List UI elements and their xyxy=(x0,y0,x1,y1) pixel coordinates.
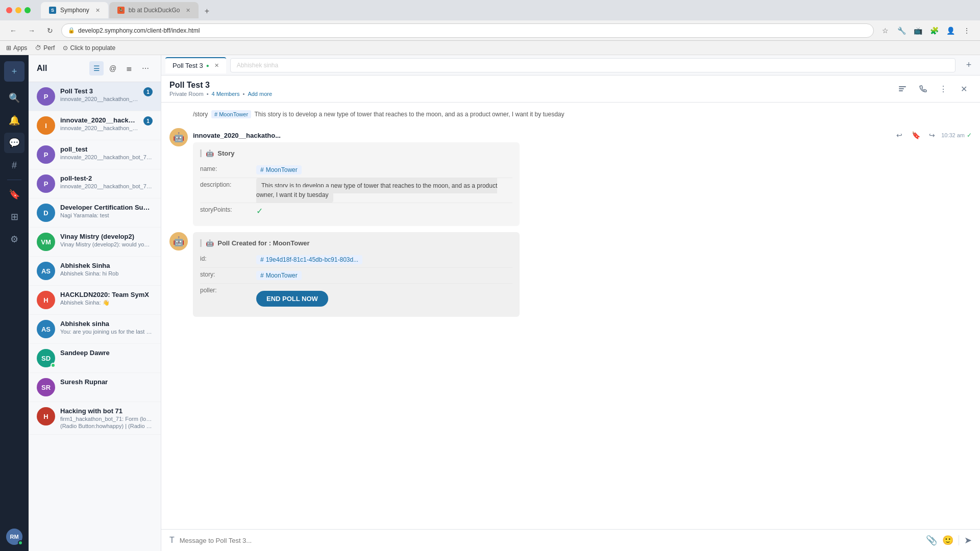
user-avatar[interactable]: RM xyxy=(6,529,22,545)
story-name-label: name: xyxy=(200,165,256,172)
text-format-icon: T xyxy=(169,536,175,545)
address-bar[interactable]: 🔒 develop2.symphony.com/client-bff/index… xyxy=(61,23,874,38)
conversations-panel: All ☰ @ ≣ ⋯ P Poll Test 3 innovate_2020_… xyxy=(29,55,161,551)
chat-tab-poll-test-3[interactable]: Poll Test 3 ● ✕ xyxy=(165,57,226,73)
members-count-link[interactable]: 4 Members xyxy=(212,91,240,97)
poll-poller-value: END POLL NOW xyxy=(256,287,512,307)
conv-preview-poll-test-2: innovate_2020__hackathon_bot_73: ... xyxy=(60,183,153,189)
message-input[interactable] xyxy=(180,537,921,544)
back-button[interactable]: ← xyxy=(6,23,20,38)
conv-item-abhishek-1[interactable]: AS Abhishek Sinha Abhishek Sinha: hi Rob xyxy=(29,257,161,286)
conv-item-dev-cert[interactable]: D Developer Certification Support Nagi Y… xyxy=(29,198,161,228)
extensions-icon[interactable]: 🧩 xyxy=(927,23,941,38)
emoji-icon[interactable]: 🙂 xyxy=(942,535,953,546)
conv-avatar-hacking-bot: H xyxy=(37,407,55,425)
conv-preview-abhishek-2: You: are you joining us for the last b..… xyxy=(60,329,153,335)
filter-grid-button[interactable]: ≣ xyxy=(122,61,136,76)
more-actions-button[interactable]: ⋮ xyxy=(935,81,951,97)
story-description-row: description: This story is to develop a … xyxy=(200,178,512,203)
browser-toolbar: ← → ↻ 🔒 develop2.symphony.com/client-bff… xyxy=(0,20,980,41)
send-icon[interactable]: ➤ xyxy=(964,535,972,546)
conv-name-sandeep: Sandeep Dawre xyxy=(60,349,153,357)
bookmark-star-icon[interactable]: ☆ xyxy=(878,23,892,38)
chat-input-area: T 📎 🙂 ➤ xyxy=(161,529,980,551)
tab-duckduckgo-close[interactable]: ✕ xyxy=(186,7,190,14)
story-name-value: # MoonTower xyxy=(256,165,512,174)
attachment-icon[interactable]: 📎 xyxy=(926,535,937,546)
room-separator: • xyxy=(207,91,209,97)
chat-room-subtitle: Private Room • 4 Members • Add more xyxy=(169,91,272,97)
channel-nav-item[interactable]: # xyxy=(4,155,24,176)
close-button[interactable] xyxy=(6,7,12,13)
conv-item-poll-test[interactable]: P poll_test innovate_2020__hackathon_bot… xyxy=(29,140,161,169)
chat-tab-close[interactable]: ✕ xyxy=(214,62,219,69)
close-chat-button[interactable]: ✕ xyxy=(955,81,972,97)
poll-story-value: # MoonTower xyxy=(256,271,512,280)
poll-id-label: id: xyxy=(200,255,256,262)
conv-item-poll-test-3[interactable]: P Poll Test 3 innovate_2020__hackathon_b… xyxy=(29,82,161,111)
conv-preview-hackldn: Abhishek Sinha: 👋 xyxy=(60,299,153,306)
conv-item-sandeep[interactable]: SD Sandeep Dawre xyxy=(29,344,161,373)
call-button[interactable] xyxy=(915,81,931,97)
filter-at-button[interactable]: @ xyxy=(106,61,120,76)
profile-icon[interactable]: 👤 xyxy=(943,23,958,38)
conv-item-abhishek-2[interactable]: AS Abhishek sinha You: are you joining u… xyxy=(29,315,161,344)
conv-item-vinay[interactable]: VM Vinay Mistry (develop2) Vinay Mistry … xyxy=(29,228,161,257)
hashtag-icon: # xyxy=(12,160,17,171)
conv-name-dev-cert: Developer Certification Support xyxy=(60,204,153,211)
conv-item-hackldn[interactable]: H HACKLDN2020: Team SymX Abhishek Sinha:… xyxy=(29,286,161,315)
conv-preview-hacking-bot-1: firm1_hackathon_bot_71: Form (log i... xyxy=(60,416,153,422)
saved-nav-item[interactable]: 🔖 xyxy=(4,184,24,205)
extension-icon-1[interactable]: 🔧 xyxy=(894,23,909,38)
new-chat-tab-button[interactable]: + xyxy=(962,58,976,72)
forward-button-story[interactable]: ↪ xyxy=(925,128,939,142)
chat-nav-item[interactable]: 💬 xyxy=(4,133,24,153)
add-more-link[interactable]: Add more xyxy=(248,91,272,97)
conv-badge-poll-test-3: 1 xyxy=(143,87,153,96)
end-poll-button[interactable]: END POLL NOW xyxy=(256,291,328,307)
duckduckgo-favicon: 🦆 xyxy=(117,7,125,14)
new-chat-search[interactable]: Abhishek sinha xyxy=(230,58,955,72)
forward-button[interactable]: → xyxy=(24,23,39,38)
search-messages-button[interactable] xyxy=(894,81,911,97)
filter-more-button[interactable]: ⋯ xyxy=(138,61,153,76)
story-points-row: storyPoints: ✓ xyxy=(200,203,512,219)
bookmark-perf[interactable]: ⏱ Perf xyxy=(35,44,55,52)
bookmarks-bar: ⊞ Apps ⏱ Perf ⊙ Click to populate xyxy=(0,41,980,55)
conv-item-hacking-bot[interactable]: H Hacking with bot 71 firm1_hackathon_bo… xyxy=(29,402,161,435)
moontower-tag-poll: # MoonTower xyxy=(256,271,302,280)
poll-id-row: id: # 19e4d18f-81c1-45db-bc91-803d... xyxy=(200,252,512,268)
online-indicator xyxy=(18,540,23,545)
cast-icon[interactable]: 📺 xyxy=(911,23,925,38)
new-tab-button[interactable]: + xyxy=(200,4,214,18)
notification-nav-item[interactable]: 🔔 xyxy=(4,110,24,131)
maximize-button[interactable] xyxy=(24,7,31,13)
marketplace-nav-item[interactable]: ⊞ xyxy=(4,207,24,227)
tab-symphony-close[interactable]: ✕ xyxy=(95,7,100,14)
conv-name-vinay: Vinay Mistry (develop2) xyxy=(60,233,153,240)
settings-nav-item[interactable]: ⚙ xyxy=(4,229,24,249)
tab-symphony[interactable]: S Symphony ✕ xyxy=(41,2,108,18)
menu-icon[interactable]: ⋮ xyxy=(960,23,974,38)
bookmark-apps[interactable]: ⊞ Apps xyxy=(6,44,27,52)
bookmark-populate[interactable]: ⊙ Click to populate xyxy=(63,44,115,52)
chat-room-info: Poll Test 3 Private Room • 4 Members • A… xyxy=(169,81,272,97)
conv-item-suresh[interactable]: SR Suresh Rupnar xyxy=(29,373,161,402)
minimize-button[interactable] xyxy=(15,7,21,13)
conv-avatar-hackldn: H xyxy=(37,291,55,309)
reply-button-story[interactable]: ↩ xyxy=(892,128,906,142)
conv-info-innovate: innovate_2020__hackat... innovate_2020__… xyxy=(60,116,138,131)
tab-status-dot: ● xyxy=(206,63,209,68)
conv-item-poll-test-2[interactable]: P poll-test-2 innovate_2020__hackathon_b… xyxy=(29,169,161,198)
filter-list-button[interactable]: ☰ xyxy=(89,61,104,76)
tab-symphony-label: Symphony xyxy=(60,7,89,14)
story-description-label: description: xyxy=(200,181,256,188)
search-nav-item[interactable]: 🔍 xyxy=(4,88,24,108)
conv-item-innovate[interactable]: I innovate_2020__hackat... innovate_2020… xyxy=(29,111,161,140)
tab-duckduckgo[interactable]: 🦆 bb at DuckDuckGo ✕ xyxy=(109,2,199,18)
browser-titlebar: S Symphony ✕ 🦆 bb at DuckDuckGo ✕ + xyxy=(0,0,980,20)
reload-button[interactable]: ↻ xyxy=(43,23,57,38)
symphony-favicon: S xyxy=(49,7,56,14)
compose-button[interactable]: + xyxy=(4,61,24,82)
save-button-story[interactable]: 🔖 xyxy=(909,128,923,142)
